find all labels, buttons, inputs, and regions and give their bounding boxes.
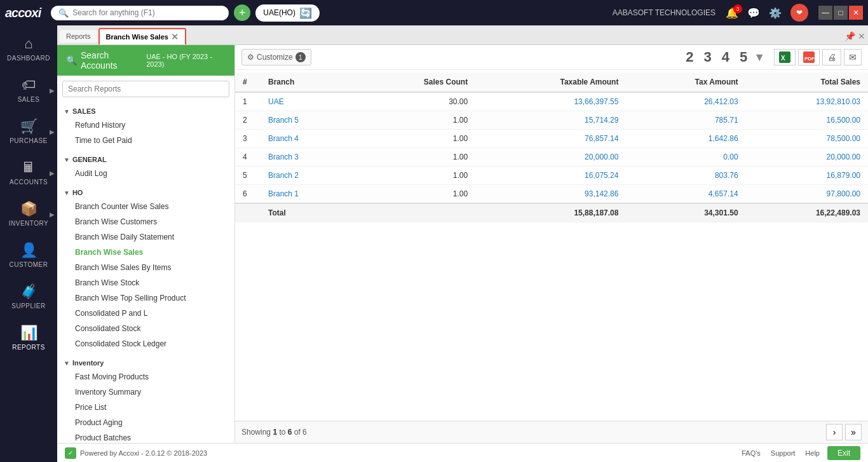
exit-button[interactable]: Exit (827, 446, 860, 460)
cell-branch[interactable]: Branch 4 (261, 130, 354, 148)
sidebar-item-reports[interactable]: 📊 REPORTS (0, 317, 57, 358)
col-num: # (235, 72, 261, 92)
tab-branch-wise-sales[interactable]: Branch Wise Sales ✕ (98, 28, 186, 44)
report-item-branch-wise-daily-statement[interactable]: Branch Wise Daily Statement (57, 229, 234, 245)
tab-close-icon[interactable]: ✕ (171, 32, 179, 42)
search-reports-input[interactable] (62, 81, 229, 97)
email-button[interactable]: ✉ (844, 49, 862, 65)
next-page-button[interactable]: › (826, 424, 843, 440)
total-taxable: 15,88,187.08 (475, 203, 626, 222)
cell-num: 6 (235, 185, 261, 204)
sidebar-item-supplier[interactable]: 🧳 SUPPLIER (0, 276, 57, 317)
export-pdf-button[interactable]: PDF (798, 49, 820, 65)
last-page-button[interactable]: » (845, 424, 862, 440)
report-item-product-aging[interactable]: Product Aging (57, 415, 234, 430)
print-button[interactable]: 🖨 (822, 49, 841, 65)
toolbar-more-icon[interactable]: ▼ (754, 51, 765, 64)
report-item-branch-wise-customers[interactable]: Branch Wise Customers (57, 214, 234, 229)
faq-link[interactable]: FAQ's (742, 449, 761, 457)
export-excel-button[interactable]: X (774, 49, 796, 65)
close-button[interactable]: ✕ (849, 6, 863, 20)
global-search-input[interactable] (72, 8, 212, 17)
purchase-icon: 🛒 (20, 118, 37, 135)
report-item-consolidated-stock-ledger[interactable]: Consolidated Stock Ledger (57, 336, 234, 351)
report-item-inventory-summary[interactable]: Inventory Summary (57, 384, 234, 400)
cell-taxable: 13,66,397.55 (475, 92, 626, 111)
report-item-consolidated-p-and-l[interactable]: Consolidated P and L (57, 306, 234, 321)
message-icon[interactable]: 💬 (747, 7, 760, 19)
sidebar-item-inventory[interactable]: 📦 INVENTORY ▶ (0, 193, 57, 234)
report-item-branch-wise-top-selling-product[interactable]: Branch Wise Top Selling Product (57, 290, 234, 306)
toolbar-num-3[interactable]: 3 (700, 49, 715, 65)
avatar[interactable]: ❤ (790, 4, 808, 22)
toolbar-num-2[interactable]: 2 (682, 49, 697, 65)
inventory-section-header[interactable]: ▼ Inventory (57, 357, 234, 369)
toolbar-num-5[interactable]: 5 (736, 49, 751, 65)
topbar: accoxi 🔍 + UAE(HO) 🔄 AABASOFT TECHNOLOGI… (0, 0, 868, 25)
search-reports-area (57, 76, 234, 102)
notification-icon[interactable]: 🔔3 (726, 7, 738, 19)
settings-icon[interactable]: ⚙️ (769, 7, 782, 19)
powered-by-text: Powered by Accoxi - 2.0.12 © 2018-2023 (80, 449, 207, 457)
table-row: 4 Branch 3 1.00 20,000.00 0.00 20,000.00 (235, 148, 868, 166)
report-item-audit-log[interactable]: Audit Log (57, 166, 234, 181)
total-sales-count-empty (354, 203, 475, 222)
sales-section-header[interactable]: ▼ SALES (57, 105, 234, 118)
report-item-time-to-get-paid[interactable]: Time to Get Paid (57, 133, 234, 148)
cell-sales-count: 1.00 (354, 166, 475, 185)
report-item-branch-wise-sales-by-items[interactable]: Branch Wise Sales By Items (57, 260, 234, 275)
maximize-button[interactable]: □ (834, 6, 848, 20)
report-item-consolidated-stock[interactable]: Consolidated Stock (57, 321, 234, 336)
global-search-bar[interactable]: 🔍 (51, 6, 229, 20)
tab-pin-icon[interactable]: 📌 (844, 31, 855, 41)
general-section-header[interactable]: ▼ GENERAL (57, 153, 234, 166)
report-item-product-batches[interactable]: Product Batches (57, 430, 234, 443)
sidebar-item-sales[interactable]: 🏷 SALES ▶ (0, 69, 57, 111)
sidebar-item-dashboard[interactable]: ⌂ DASHBOARD (0, 28, 57, 69)
add-button[interactable]: + (234, 4, 250, 21)
minimize-button[interactable]: — (818, 6, 832, 20)
table-total-row: Total 15,88,187.08 34,301.50 16,22,489.0… (235, 203, 868, 222)
customize-button[interactable]: ⚙ Customize 1 (241, 49, 311, 65)
company-selector[interactable]: UAE(HO) 🔄 (255, 4, 320, 22)
green-header: 🔍 Search Accounts UAE - HO (FY 2023 - 20… (57, 45, 234, 76)
cell-sales-count: 30.00 (354, 92, 475, 111)
report-item-branch-wise-stock[interactable]: Branch Wise Stock (57, 275, 234, 290)
table-container: # Branch Sales Count Taxable Amount Tax … (235, 70, 868, 421)
customer-icon: 👤 (20, 242, 37, 259)
customize-label: Customize (257, 53, 293, 62)
ho-section-header[interactable]: ▼ HO (57, 186, 234, 199)
cell-branch[interactable]: Branch 5 (261, 111, 354, 130)
report-item-branch-wise-sales[interactable]: Branch Wise Sales (57, 245, 234, 260)
report-item-price-list[interactable]: Price List (57, 400, 234, 415)
cell-num: 2 (235, 111, 261, 130)
tab-reports-label[interactable]: Reports (60, 30, 97, 43)
footer-bar: Showing 1 to 6 of 6 › » (235, 421, 868, 443)
sidebar-item-purchase[interactable]: 🛒 PURCHASE ▶ (0, 111, 57, 152)
cell-tax: 785.71 (626, 111, 745, 130)
sidebar-label-sales: SALES (18, 96, 40, 103)
cell-branch[interactable]: Branch 1 (261, 185, 354, 204)
cell-branch[interactable]: UAE (261, 92, 354, 111)
cell-total: 16,500.00 (746, 111, 868, 130)
support-link[interactable]: Support (771, 449, 796, 457)
cell-total: 20,000.00 (746, 148, 868, 166)
sidebar-item-customer[interactable]: 👤 CUSTOMER (0, 234, 57, 276)
tab-expand-icon[interactable]: ✕ (858, 31, 865, 41)
cell-branch[interactable]: Branch 3 (261, 148, 354, 166)
sidebar-label-supplier: SUPPLIER (11, 302, 45, 309)
help-link[interactable]: Help (805, 449, 820, 457)
toolbar-nums: 2 3 4 5 ▼ (682, 49, 765, 65)
cell-num: 5 (235, 166, 261, 185)
toolbar: ⚙ Customize 1 2 3 4 5 ▼ X (235, 45, 868, 70)
refresh-icon[interactable]: 🔄 (299, 7, 312, 19)
sidebar-item-accounts[interactable]: 🖩 ACCOUNTS ▶ (0, 152, 57, 193)
cell-branch[interactable]: Branch 2 (261, 166, 354, 185)
search-accounts-icon: 🔍 (66, 55, 77, 65)
company-name: UAE(HO) (263, 8, 295, 17)
report-item-fast-moving-products[interactable]: Fast Moving Products (57, 369, 234, 384)
report-item-refund-history[interactable]: Refund History (57, 118, 234, 133)
customize-badge: 1 (295, 52, 306, 62)
toolbar-num-4[interactable]: 4 (718, 49, 733, 65)
report-item-branch-counter-wise-sales[interactable]: Branch Counter Wise Sales (57, 199, 234, 214)
